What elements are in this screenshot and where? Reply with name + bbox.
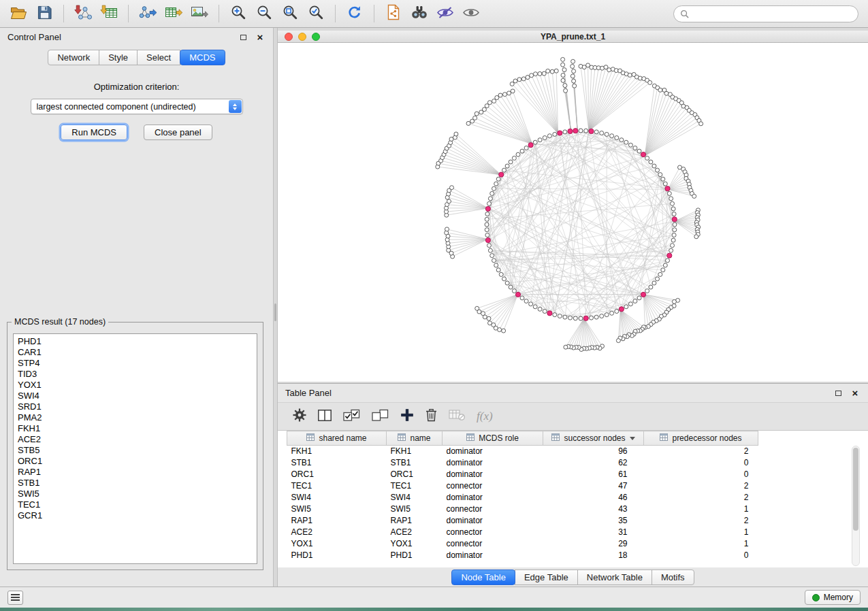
- result-node-pma2[interactable]: PMA2: [14, 412, 257, 423]
- cell-role[interactable]: dominator: [443, 457, 543, 469]
- cell-successors[interactable]: 18: [543, 550, 644, 561]
- cell-successors[interactable]: 47: [543, 480, 644, 492]
- menu-icon[interactable]: [7, 591, 23, 605]
- search-box[interactable]: [673, 5, 858, 22]
- cell-name[interactable]: SWI4: [387, 492, 443, 503]
- cell-role[interactable]: dominator: [443, 515, 543, 527]
- close-control-panel-button[interactable]: ×: [255, 32, 266, 43]
- cell-role[interactable]: connector: [443, 527, 543, 538]
- column-header-mcds-role[interactable]: MCDS role: [443, 431, 543, 446]
- cell-shared-name[interactable]: SWI4: [287, 492, 387, 503]
- optimization-select[interactable]: largest connected component (undirected): [31, 99, 243, 114]
- cell-shared-name[interactable]: RAP1: [287, 515, 387, 527]
- cell-role[interactable]: dominator: [443, 469, 543, 480]
- cell-role[interactable]: connector: [443, 503, 543, 515]
- cell-shared-name[interactable]: PHD1: [287, 550, 387, 561]
- table-row[interactable]: SWI4SWI4dominator462: [287, 492, 758, 503]
- cell-role[interactable]: dominator: [443, 446, 543, 458]
- tab-select[interactable]: Select: [137, 50, 180, 65]
- deselect-all-button[interactable]: [372, 407, 389, 426]
- cell-successors[interactable]: 35: [543, 515, 644, 527]
- table-row[interactable]: ORC1ORC1dominator610: [287, 469, 758, 480]
- result-node-ace2[interactable]: ACE2: [14, 434, 257, 445]
- export-network-button[interactable]: [137, 3, 159, 24]
- show-hidden-button[interactable]: [460, 3, 482, 24]
- result-node-tec1[interactable]: TEC1: [14, 499, 257, 510]
- import-table-button[interactable]: [98, 3, 120, 24]
- result-node-swi4[interactable]: SWI4: [14, 391, 257, 401]
- select-all-button[interactable]: [343, 407, 360, 426]
- tab-mcds[interactable]: MCDS: [180, 50, 225, 65]
- zoom-in-button[interactable]: [227, 3, 249, 24]
- cell-name[interactable]: STB1: [387, 457, 443, 469]
- close-mcds-panel-button[interactable]: Close panel: [144, 125, 212, 140]
- zoom-fit-button[interactable]: [279, 3, 301, 24]
- column-chooser-button[interactable]: [318, 407, 332, 426]
- cell-role[interactable]: dominator: [443, 550, 543, 561]
- export-image-button[interactable]: [189, 3, 210, 24]
- cell-predecessors[interactable]: 0: [644, 457, 758, 469]
- panel-splitter[interactable]: [273, 28, 278, 587]
- cell-successors[interactable]: 96: [543, 446, 644, 458]
- result-node-phd1[interactable]: PHD1: [14, 336, 257, 347]
- cell-successors[interactable]: 62: [543, 457, 644, 469]
- result-node-stp4[interactable]: STP4: [14, 358, 257, 369]
- cell-successors[interactable]: 31: [543, 527, 644, 538]
- duplicate-network-button[interactable]: [383, 3, 404, 24]
- maximize-window-button[interactable]: [312, 33, 320, 41]
- cell-predecessors[interactable]: 1: [644, 527, 758, 538]
- cell-name[interactable]: ACE2: [387, 527, 443, 538]
- column-header-name[interactable]: name: [387, 431, 443, 446]
- cell-predecessors[interactable]: 1: [644, 538, 758, 550]
- cell-shared-name[interactable]: SWI5: [287, 503, 387, 515]
- result-node-yox1[interactable]: YOX1: [14, 380, 257, 391]
- cell-successors[interactable]: 61: [543, 469, 644, 480]
- table-row[interactable]: YOX1YOX1connector291: [287, 538, 758, 550]
- cell-predecessors[interactable]: 2: [644, 446, 758, 458]
- cell-role[interactable]: connector: [443, 480, 543, 492]
- result-node-car1[interactable]: CAR1: [14, 347, 257, 358]
- cell-role[interactable]: connector: [443, 538, 543, 550]
- run-mcds-button[interactable]: Run MCDS: [61, 125, 127, 140]
- zoom-selected-button[interactable]: [305, 3, 327, 24]
- table-settings-button[interactable]: [293, 407, 306, 426]
- cell-role[interactable]: dominator: [443, 492, 543, 503]
- tab-network[interactable]: Network: [48, 50, 99, 65]
- result-node-gcr1[interactable]: GCR1: [14, 510, 257, 521]
- save-session-button[interactable]: [33, 3, 55, 24]
- table-row[interactable]: FKH1FKH1dominator962: [287, 446, 758, 458]
- result-node-orc1[interactable]: ORC1: [14, 456, 257, 467]
- cell-name[interactable]: YOX1: [387, 538, 443, 550]
- cell-predecessors[interactable]: 2: [644, 515, 758, 527]
- cell-name[interactable]: FKH1: [387, 446, 443, 458]
- tab-motifs[interactable]: Motifs: [652, 569, 694, 585]
- table-row[interactable]: ACE2ACE2connector311: [287, 527, 758, 538]
- table-row[interactable]: SWI5SWI5connector431: [287, 503, 758, 515]
- float-table-panel-button[interactable]: [833, 388, 843, 399]
- cell-name[interactable]: RAP1: [387, 515, 443, 527]
- cell-shared-name[interactable]: FKH1: [287, 446, 387, 458]
- minimize-window-button[interactable]: [298, 33, 306, 41]
- cell-name[interactable]: ORC1: [387, 469, 443, 480]
- table-row[interactable]: RAP1RAP1dominator352: [287, 515, 758, 527]
- hide-selected-button[interactable]: [434, 3, 456, 24]
- network-window-titlebar[interactable]: YPA_prune.txt_1: [278, 31, 868, 43]
- result-node-srd1[interactable]: SRD1: [14, 401, 257, 412]
- result-node-swi5[interactable]: SWI5: [14, 489, 257, 499]
- cell-predecessors[interactable]: 1: [644, 503, 758, 515]
- import-network-button[interactable]: [72, 3, 94, 24]
- cell-predecessors[interactable]: 0: [644, 550, 758, 561]
- cell-shared-name[interactable]: YOX1: [287, 538, 387, 550]
- column-header-shared-name[interactable]: shared name: [287, 431, 387, 446]
- tab-style[interactable]: Style: [99, 50, 138, 65]
- close-window-button[interactable]: [285, 33, 293, 41]
- mcds-result-list[interactable]: PHD1CAR1STP4TID3YOX1SWI4SRD1PMA2FKH1ACE2…: [13, 333, 257, 564]
- zoom-out-button[interactable]: [253, 3, 275, 24]
- close-table-panel-button[interactable]: ×: [850, 388, 861, 399]
- tab-node-table[interactable]: Node Table: [451, 569, 515, 585]
- column-header-predecessor-nodes[interactable]: predecessor nodes: [644, 431, 758, 446]
- cell-shared-name[interactable]: ACE2: [287, 527, 387, 538]
- table-scrollbar[interactable]: [852, 446, 860, 566]
- delete-column-button[interactable]: [425, 407, 437, 426]
- search-input[interactable]: [693, 10, 852, 19]
